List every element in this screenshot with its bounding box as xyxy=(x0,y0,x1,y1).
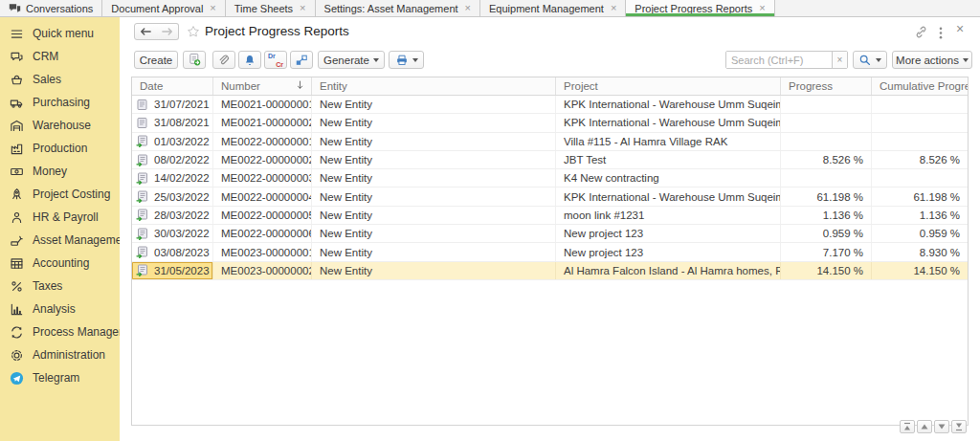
cell-number[interactable]: ME0022-00000003 xyxy=(213,169,312,187)
reminder-bell-icon[interactable] xyxy=(238,51,261,69)
scroll-down-button[interactable] xyxy=(934,420,949,433)
cell-cumulative-progress[interactable] xyxy=(872,96,968,113)
sidebar-item-sales[interactable]: Sales xyxy=(0,68,120,91)
table-row[interactable]: 30/03/2022 ME0022-00000006 New Entity Ne… xyxy=(132,225,968,243)
cell-number[interactable]: ME0023-00000001 xyxy=(213,243,312,260)
cell-date[interactable]: 25/03/2022 xyxy=(132,187,213,205)
cell-entity[interactable]: New Entity xyxy=(312,187,556,205)
column-header-date[interactable]: Date xyxy=(132,77,213,95)
table-row-selected[interactable]: 31/05/2023 ME0023-00000002 New Entity Al… xyxy=(132,262,968,280)
tab-project-progress-reports[interactable]: Project Progress Reports × xyxy=(626,0,774,16)
related-documents-button[interactable] xyxy=(290,51,313,69)
scroll-up-button[interactable] xyxy=(917,420,932,433)
cell-progress[interactable] xyxy=(781,169,872,187)
cell-project[interactable]: K4 New contracting xyxy=(556,169,781,187)
cell-progress[interactable]: 0.959 % xyxy=(781,225,872,242)
print-button[interactable] xyxy=(389,51,424,69)
cell-entity[interactable]: New Entity xyxy=(312,151,556,168)
cell-date-focused[interactable]: 31/05/2023 xyxy=(132,262,213,279)
cell-project[interactable]: KPK International - Warehouse Umm Suqeim xyxy=(556,187,781,205)
cell-cumulative-progress[interactable]: 8.526 % xyxy=(872,151,968,168)
cell-project[interactable]: JBT Test xyxy=(556,151,781,168)
cell-cumulative-progress[interactable] xyxy=(872,114,968,131)
tab-conversations[interactable]: Conversations xyxy=(0,0,102,16)
cell-project[interactable]: KPK International - Warehouse Umm Suqeim xyxy=(556,96,781,113)
table-row[interactable]: 14/02/2022 ME0022-00000003 New Entity K4… xyxy=(132,169,968,187)
cell-progress[interactable]: 8.526 % xyxy=(781,151,872,168)
cell-project[interactable]: New project 123 xyxy=(556,225,781,242)
table-row[interactable]: 03/08/2023 ME0023-00000001 New Entity Ne… xyxy=(132,243,968,261)
accounting-entries-button[interactable]: DrCr xyxy=(264,51,287,69)
cell-entity[interactable]: New Entity xyxy=(312,243,556,260)
scroll-bottom-button[interactable] xyxy=(951,420,967,433)
cell-cumulative-progress[interactable] xyxy=(872,169,968,187)
column-header-entity[interactable]: Entity xyxy=(312,77,556,95)
table-row[interactable]: 31/07/2021 ME0021-00000001 New Entity KP… xyxy=(132,96,968,114)
sidebar-item-taxes[interactable]: Taxes xyxy=(0,275,120,298)
cell-number[interactable]: ME0023-00000002 xyxy=(213,262,312,279)
cell-date[interactable]: 31/07/2021 xyxy=(132,96,213,113)
attachments-button[interactable] xyxy=(212,51,235,69)
sidebar-item-project-costing[interactable]: Project Costing xyxy=(0,183,120,206)
cell-project[interactable]: Villa #115 - Al Hamra Village RAK xyxy=(556,133,781,150)
search-input[interactable] xyxy=(726,52,832,68)
create-button[interactable]: Create xyxy=(134,51,178,69)
table-row[interactable]: 31/08/2021 ME0021-00000002 New Entity KP… xyxy=(132,114,968,132)
cell-entity[interactable]: New Entity xyxy=(312,114,556,131)
column-header-number[interactable]: Number xyxy=(213,77,312,95)
tab-equipment-management[interactable]: Equipment Management × xyxy=(480,0,626,16)
cell-entity[interactable]: New Entity xyxy=(312,133,556,150)
sidebar-item-telegram[interactable]: Telegram xyxy=(0,366,120,389)
forward-button[interactable] xyxy=(156,23,179,40)
tab-close-icon[interactable]: × xyxy=(208,3,215,13)
cell-cumulative-progress[interactable]: 8.930 % xyxy=(872,243,968,260)
table-row[interactable]: 01/03/2022 ME0022-00000001 New Entity Vi… xyxy=(132,133,968,151)
cell-project[interactable]: New project 123 xyxy=(556,243,781,260)
cell-cumulative-progress[interactable]: 61.198 % xyxy=(872,187,968,205)
tab-time-sheets[interactable]: Time Sheets × xyxy=(226,0,316,16)
scroll-top-button[interactable] xyxy=(900,420,915,433)
get-link-icon[interactable] xyxy=(914,25,928,43)
column-header-progress[interactable]: Progress xyxy=(781,77,872,95)
cell-project[interactable]: moon link #1231 xyxy=(556,207,781,224)
table-row[interactable]: 25/03/2022 ME0022-00000004 New Entity KP… xyxy=(132,187,968,206)
tab-close-icon[interactable]: × xyxy=(298,3,305,13)
sidebar-item-asset-management[interactable]: Asset Management xyxy=(0,229,120,252)
cell-date[interactable]: 30/03/2022 xyxy=(132,225,213,242)
favorite-star-icon[interactable] xyxy=(187,25,200,42)
cell-number[interactable]: ME0021-00000002 xyxy=(213,114,312,131)
cell-entity[interactable]: New Entity xyxy=(312,225,556,242)
sidebar-item-administration[interactable]: Administration xyxy=(0,343,120,366)
cell-entity[interactable]: New Entity xyxy=(312,207,556,224)
sidebar-item-process-management[interactable]: Process Management xyxy=(0,320,120,343)
cell-number[interactable]: ME0022-00000004 xyxy=(213,187,312,205)
cell-date[interactable]: 08/02/2022 xyxy=(132,151,213,168)
cell-number[interactable]: ME0022-00000001 xyxy=(213,133,312,150)
generate-button[interactable]: Generate xyxy=(318,51,385,69)
sidebar-item-accounting[interactable]: Accounting xyxy=(0,252,120,275)
cell-number[interactable]: ME0021-00000001 xyxy=(213,96,312,113)
more-menu-icon[interactable] xyxy=(939,26,943,43)
sidebar-item-purchasing[interactable]: Purchasing xyxy=(0,91,120,114)
cell-cumulative-progress[interactable]: 0.959 % xyxy=(872,225,968,242)
sidebar-item-quick-menu[interactable]: Quick menu xyxy=(0,22,120,45)
table-row[interactable]: 28/03/2022 ME0022-00000005 New Entity mo… xyxy=(132,207,968,225)
cell-date[interactable]: 14/02/2022 xyxy=(132,169,213,187)
back-button[interactable] xyxy=(134,23,157,40)
search-clear-icon[interactable]: × xyxy=(832,52,847,68)
cell-date[interactable]: 28/03/2022 xyxy=(132,207,213,224)
cell-project[interactable]: KPK International - Warehouse Umm Suqeim xyxy=(556,114,781,131)
cell-number[interactable]: ME0022-00000002 xyxy=(213,151,312,168)
sidebar-item-analysis[interactable]: Analysis xyxy=(0,298,120,320)
cell-date[interactable]: 03/08/2023 xyxy=(132,243,213,260)
search-settings-button[interactable] xyxy=(853,51,887,69)
create-by-copying-button[interactable] xyxy=(183,51,206,69)
cell-cumulative-progress[interactable] xyxy=(872,133,968,150)
cell-entity[interactable]: New Entity xyxy=(312,169,556,187)
cell-date[interactable]: 31/08/2021 xyxy=(132,114,213,131)
sidebar-item-hr-payroll[interactable]: HR & Payroll xyxy=(0,206,120,229)
column-header-project[interactable]: Project xyxy=(556,77,781,95)
cell-progress[interactable]: 1.136 % xyxy=(781,207,872,224)
sidebar-item-crm[interactable]: CRM xyxy=(0,45,120,68)
sidebar-item-warehouse[interactable]: Warehouse xyxy=(0,114,120,137)
